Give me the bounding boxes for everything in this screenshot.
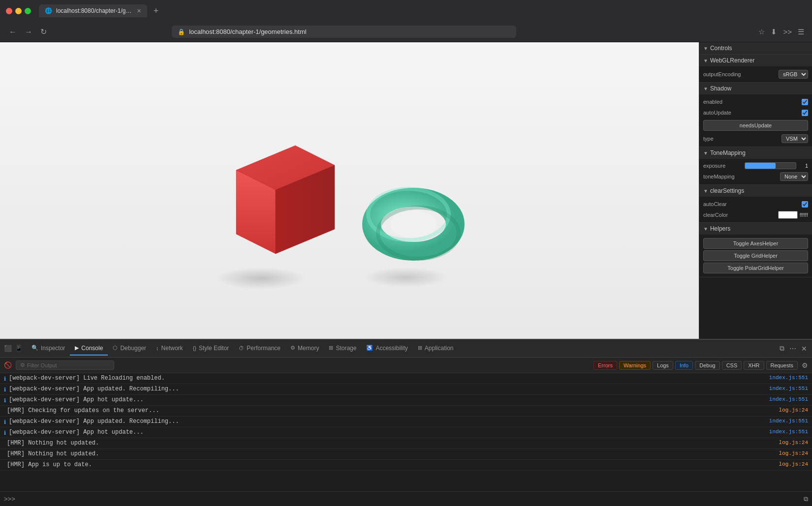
tonemapping-header[interactable]: ▼ ToneMapping [699, 147, 812, 159]
tab-debugger[interactable]: ⬡ Debugger [108, 342, 151, 356]
toggle-axes-helper-button[interactable]: Toggle AxesHelper [703, 238, 808, 249]
warnings-filter-button[interactable]: Warnings [619, 361, 651, 370]
menu-icon[interactable]: ☰ [798, 28, 804, 36]
entry-source[interactable]: index.js:551 [769, 418, 808, 424]
webglrenderer-label: WebGLRenderer [710, 57, 755, 64]
type-select[interactable]: VSM [781, 134, 808, 143]
maximize-button[interactable] [25, 8, 31, 14]
entry-text: [HMR] Nothing hot updated. [7, 440, 779, 446]
devtools-more-button[interactable]: ⋯ [788, 344, 797, 354]
entry-source[interactable]: log.js:24 [779, 450, 808, 456]
devtools-close-button[interactable]: ✕ [800, 344, 808, 354]
devtools-pick-icon[interactable]: ⬛ [4, 345, 12, 352]
split-view-icon[interactable]: ⧉ [804, 495, 808, 503]
back-button[interactable]: ← [8, 27, 18, 37]
tab-network-label: Network [161, 345, 183, 352]
tab-close-button[interactable]: ✕ [137, 8, 141, 14]
toggle-polar-grid-helper-button[interactable]: Toggle PolarGridHelper [703, 263, 808, 273]
filter-placeholder: Filter Output [27, 362, 57, 368]
tab-inspector[interactable]: 🔍 Inspector [27, 342, 70, 356]
type-row: type VSM [699, 133, 812, 145]
entry-source[interactable]: log.js:24 [779, 461, 808, 467]
accessibility-icon: ♿ [366, 345, 373, 351]
reload-button[interactable]: ↻ [39, 26, 48, 37]
close-button[interactable] [6, 8, 12, 14]
entry-type-icon: ℹ [4, 430, 6, 436]
entry-source[interactable]: log.js:24 [779, 407, 808, 413]
toggle-grid-helper-button[interactable]: Toggle GridHelper [703, 250, 808, 261]
css-filter-button[interactable]: CSS [722, 361, 742, 370]
tab-application[interactable]: ⊞ Application [413, 342, 459, 356]
controls-panel: ▼ Controls ▼ WebGLRenderer outputEncodin… [699, 42, 812, 339]
tab-accessibility[interactable]: ♿ Accessibility [361, 342, 412, 356]
entry-source[interactable]: index.js:551 [769, 375, 808, 381]
console-input-field[interactable] [18, 496, 804, 503]
outputencoding-select[interactable]: sRGB [779, 70, 808, 79]
helpers-section: ▼ Helpers Toggle AxesHelper Toggle GridH… [699, 223, 812, 277]
download-icon[interactable]: ⬇ [771, 28, 777, 36]
clearsettings-arrow: ▼ [703, 188, 708, 194]
minimize-button[interactable] [15, 8, 22, 14]
url-text: localhost:8080/chapter-1/geometries.html [189, 28, 306, 35]
entry-text: [HMR] Checking for updates on the server… [7, 407, 779, 414]
controls-root-section: ▼ Controls [699, 42, 812, 55]
controls-title: Controls [710, 45, 732, 52]
tonemapping-select[interactable]: None [780, 172, 808, 181]
address-input[interactable]: 🔒 localhost:8080/chapter-1/geometries.ht… [172, 26, 516, 38]
expand-sidebar-icon[interactable]: >> [4, 495, 11, 503]
tab-storage[interactable]: ⊞ Storage [324, 342, 361, 356]
info-filter-button[interactable]: Info [675, 361, 693, 370]
debug-filter-button[interactable]: Debug [695, 361, 719, 370]
autoupdate-row: autoUpdate [699, 107, 812, 118]
autoupdate-label: autoUpdate [703, 110, 802, 116]
console-prompt: > [11, 495, 15, 503]
webglrenderer-section: ▼ WebGLRenderer outputEncoding sRGB [699, 55, 812, 83]
logs-filter-button[interactable]: Logs [653, 361, 673, 370]
entry-source[interactable]: index.js:551 [769, 429, 808, 435]
bookmark-icon[interactable]: ☆ [758, 28, 765, 36]
shadow-section: ▼ Shadow enabled autoUpdate needsUpdate … [699, 83, 812, 147]
devtools-undock-button[interactable]: ⧉ [779, 343, 785, 354]
tab-console[interactable]: ▶ Console [70, 342, 108, 356]
tab-network[interactable]: ↕ Network [151, 342, 188, 356]
new-tab-button[interactable]: + [149, 4, 163, 18]
tab-inspector-label: Inspector [41, 345, 65, 352]
clearsettings-header[interactable]: ▼ clearSettings [699, 185, 812, 197]
tab-performance[interactable]: ⏱ Performance [234, 342, 285, 356]
entry-source[interactable]: index.js:551 [769, 396, 808, 402]
tab-memory-label: Memory [298, 345, 319, 352]
console-settings-button[interactable]: ⚙ [802, 361, 808, 369]
webglrenderer-header[interactable]: ▼ WebGLRenderer [699, 55, 812, 66]
autoclear-checkbox[interactable] [802, 201, 808, 208]
browser-tab[interactable]: 🌐 localhost:8080/chapter-1/geometrie... … [39, 4, 147, 17]
autoclear-label: autoClear [703, 201, 802, 207]
errors-filter-button[interactable]: Errors [593, 361, 617, 370]
clear-console-button[interactable]: 🚫 [4, 361, 12, 369]
webglrenderer-content: outputEncoding sRGB [699, 66, 812, 82]
entry-source[interactable]: index.js:551 [769, 386, 808, 391]
exposure-slider[interactable] [745, 162, 796, 169]
filter-icon: ⚙ [20, 362, 25, 368]
autoupdate-checkbox[interactable] [802, 110, 808, 116]
clearcolor-swatch[interactable] [778, 211, 798, 219]
tab-performance-label: Performance [247, 345, 281, 352]
shadow-header[interactable]: ▼ Shadow [699, 83, 812, 94]
torus-shadow [364, 268, 448, 287]
xhr-filter-button[interactable]: XHR [744, 361, 764, 370]
forward-button[interactable]: → [24, 27, 33, 37]
tab-memory[interactable]: ⚙ Memory [285, 342, 324, 356]
needsupdate-button[interactable]: needsUpdate [703, 120, 808, 131]
tonemapping-label: ToneMapping [710, 149, 746, 156]
memory-icon: ⚙ [290, 345, 295, 351]
clearsettings-content: autoClear clearColor ffffff [699, 197, 812, 222]
address-bar-actions: ☆ ⬇ >> ☰ [758, 28, 804, 36]
helpers-header[interactable]: ▼ Helpers [699, 223, 812, 235]
requests-filter-button[interactable]: Requests [766, 361, 798, 370]
entry-source[interactable]: log.js:24 [779, 440, 808, 446]
enabled-checkbox[interactable] [802, 99, 808, 105]
expand-icon[interactable]: >> [783, 28, 792, 36]
controls-header[interactable]: ▼ Controls [699, 42, 812, 54]
tab-style-editor[interactable]: {} Style Editor [188, 342, 234, 356]
devtools-responsive-icon[interactable]: 📱 [15, 345, 23, 352]
tab-storage-label: Storage [336, 345, 356, 352]
